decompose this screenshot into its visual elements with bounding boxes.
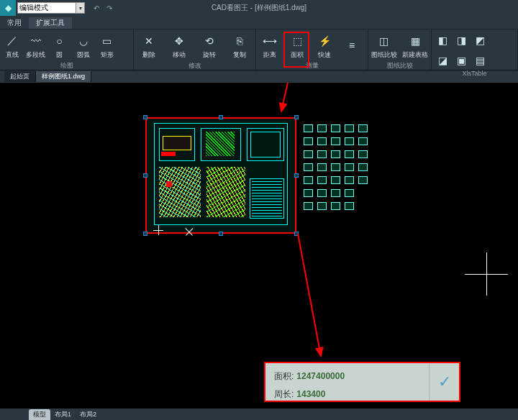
- layout-tab-1[interactable]: 布局1: [50, 409, 76, 420]
- xls-btn-5[interactable]: ▣: [453, 51, 469, 68]
- compare-group-label: 图纸比较: [368, 61, 431, 70]
- layout-tab-model[interactable]: 模型: [29, 409, 50, 420]
- rotate-label: 旋转: [203, 50, 216, 60]
- selection-handle[interactable]: [294, 173, 299, 178]
- circle-icon: ○: [52, 33, 68, 49]
- copy-button[interactable]: ⎘复制: [224, 32, 255, 60]
- sheet-thumb[interactable]: [331, 202, 340, 210]
- sheet-thumb[interactable]: [345, 124, 354, 132]
- compare-label: 图纸比较: [371, 50, 397, 60]
- xls-group-label: XlsTable: [432, 70, 517, 78]
- selection-handle[interactable]: [219, 115, 223, 119]
- selection-handle[interactable]: [294, 232, 299, 236]
- doctab-start[interactable]: 起始页: [4, 71, 36, 82]
- drawing-border: [154, 123, 288, 225]
- arc-button[interactable]: ◡圆弧: [71, 32, 95, 60]
- sheet-thumb[interactable]: [304, 163, 313, 171]
- rotate-button[interactable]: ⟲旋转: [194, 32, 224, 60]
- sheet-thumb[interactable]: [345, 189, 354, 197]
- layout-tab-2[interactable]: 布局2: [76, 409, 101, 420]
- sheet-thumb[interactable]: [317, 176, 327, 184]
- sheet-thumb[interactable]: [317, 189, 327, 197]
- sheet-thumb[interactable]: [304, 202, 313, 210]
- sheet-thumb[interactable]: [358, 150, 368, 158]
- xls-icon-3: ◩: [472, 32, 488, 48]
- sheet-thumb[interactable]: [331, 189, 340, 197]
- mode-dropdown-arrow[interactable]: ▾: [76, 2, 85, 14]
- circle-label: 圆: [56, 50, 63, 60]
- delete-icon: ✕: [141, 33, 157, 49]
- sheet-thumb[interactable]: [317, 202, 327, 210]
- sheet-thumb[interactable]: [317, 124, 327, 132]
- delete-button[interactable]: ✕删除: [134, 32, 164, 60]
- sheet-thumb[interactable]: [345, 150, 354, 158]
- perimeter-row: 周长:143400: [274, 388, 420, 401]
- area-value: 1247400000: [296, 371, 345, 381]
- sheet-thumb[interactable]: [345, 202, 354, 210]
- xls-btn-2[interactable]: ◨: [453, 31, 469, 48]
- drawing-canvas[interactable]: 面积:1247400000 周长:143400 ✓: [0, 83, 518, 408]
- selection-handle[interactable]: [143, 115, 147, 119]
- move-button[interactable]: ✥移动: [164, 32, 194, 60]
- copy-icon: ⎘: [232, 33, 247, 49]
- tab-extend[interactable]: 扩展工具: [29, 17, 72, 29]
- sheet-thumb[interactable]: [304, 176, 313, 184]
- sheet-thumb[interactable]: [317, 137, 327, 145]
- selection-handle[interactable]: [219, 232, 223, 236]
- sheet-row: [304, 137, 368, 145]
- tab-common[interactable]: 常用: [0, 17, 29, 29]
- svg-line-0: [281, 83, 290, 111]
- sheet-thumb[interactable]: [345, 163, 354, 171]
- distance-label: 距离: [263, 50, 276, 60]
- sheet-thumb[interactable]: [358, 137, 368, 145]
- sheet-thumb[interactable]: [304, 189, 313, 197]
- sheet-thumb[interactable]: [331, 163, 340, 171]
- xls-btn-3[interactable]: ◩: [472, 31, 488, 48]
- measure-more-button[interactable]: ≡: [338, 36, 365, 55]
- cad-block: [250, 178, 284, 219]
- sheet-thumb[interactable]: [304, 124, 313, 132]
- line-button[interactable]: ／直线: [0, 32, 24, 60]
- sheet-thumb[interactable]: [358, 124, 368, 132]
- sheet-row: [304, 124, 368, 132]
- area-row: 面积:1247400000: [274, 370, 420, 383]
- confirm-check-button[interactable]: ✓: [429, 363, 459, 401]
- newtable-button[interactable]: ▦新建表格: [400, 32, 432, 60]
- sheet-row: [304, 176, 368, 184]
- selection-handle[interactable]: [143, 232, 147, 236]
- sheet-thumb[interactable]: [304, 150, 313, 158]
- sheet-thumb[interactable]: [345, 137, 354, 145]
- polyline-button[interactable]: 〰多段线: [24, 32, 47, 60]
- rotate-icon: ⟲: [201, 33, 217, 49]
- basepoint-marker: [153, 225, 163, 235]
- sheet-thumb[interactable]: [345, 176, 354, 184]
- xls-btn-6[interactable]: ▤: [472, 51, 488, 68]
- undo-icon[interactable]: ↶: [92, 4, 101, 12]
- distance-button[interactable]: ⟷距离: [256, 32, 283, 60]
- selection-handle[interactable]: [294, 115, 299, 119]
- mode-dropdown[interactable]: 编辑模式: [17, 2, 76, 14]
- quick-label: 快速: [318, 50, 331, 60]
- sheet-thumb[interactable]: [331, 124, 340, 132]
- sheet-thumb[interactable]: [304, 137, 313, 145]
- svg-line-1: [298, 234, 321, 356]
- quick-button[interactable]: ⚡快速: [311, 32, 338, 60]
- sheet-thumb[interactable]: [331, 150, 340, 158]
- sheet-thumb[interactable]: [358, 176, 368, 184]
- xls-btn-1[interactable]: ◧: [435, 31, 450, 48]
- selection-handle[interactable]: [143, 173, 147, 178]
- circle-button[interactable]: ○圆: [47, 32, 71, 60]
- sheet-thumb[interactable]: [317, 163, 327, 171]
- sheet-thumb[interactable]: [331, 176, 340, 184]
- redo-icon[interactable]: ↷: [105, 4, 114, 12]
- xls-btn-4[interactable]: ◪: [435, 51, 450, 68]
- perimeter-label: 周长:: [274, 389, 294, 399]
- sheet-thumb[interactable]: [358, 163, 368, 171]
- doctab-drawing[interactable]: 样例图纸1.dwg: [36, 71, 91, 82]
- sheet-thumb[interactable]: [317, 150, 327, 158]
- rect-button[interactable]: ▭矩形: [95, 32, 119, 60]
- compare-button[interactable]: ◫图纸比较: [368, 32, 400, 60]
- copy-label: 复制: [233, 50, 246, 60]
- measure-more-icon: ≡: [344, 37, 360, 53]
- sheet-thumb[interactable]: [331, 137, 340, 145]
